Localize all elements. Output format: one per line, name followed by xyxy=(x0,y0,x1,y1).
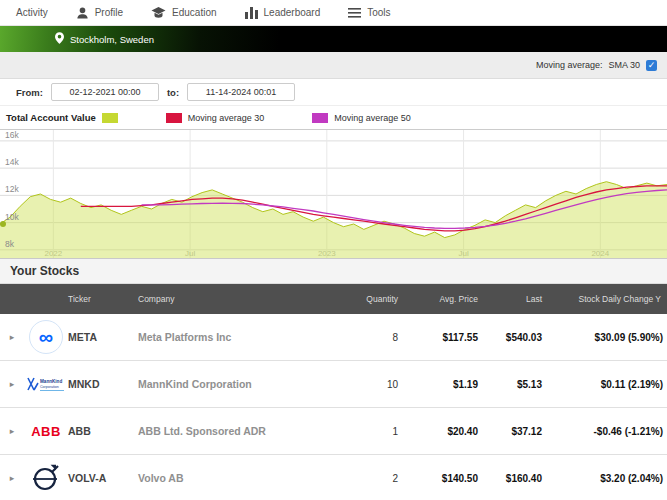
svg-text:10k: 10k xyxy=(5,212,19,222)
app-window: Activity Profile Education Leaderboard T… xyxy=(0,0,667,500)
avg-price-cell: $20.40 xyxy=(404,426,484,437)
nav-label: Tools xyxy=(367,7,390,18)
section-title-text: Your Stocks xyxy=(10,264,79,278)
change-cell: $3.20 (2.04%) xyxy=(548,473,667,484)
svg-text:14k: 14k xyxy=(5,157,19,167)
expand-chevron-icon[interactable]: ▸ xyxy=(0,426,24,436)
col-avg-price: Avg. Price xyxy=(404,294,484,304)
abb-logo-icon: ABB xyxy=(24,424,68,439)
svg-text:16k: 16k xyxy=(5,130,19,140)
ticker-cell: META xyxy=(68,331,138,343)
legend-swatch xyxy=(312,113,328,123)
last-cell: $5.13 xyxy=(484,379,548,390)
volvo-logo-icon xyxy=(24,462,68,494)
nav-label: Activity xyxy=(16,7,48,18)
quantity-cell: 2 xyxy=(352,473,404,484)
bar-chart-icon xyxy=(245,7,258,19)
menu-icon xyxy=(348,8,361,18)
ticker-cell: VOLV-A xyxy=(68,472,138,484)
stocks-table-header: Ticker Company Quantity Avg. Price Last … xyxy=(0,284,667,314)
table-row-abb[interactable]: ▸ ABB ABB ABB Ltd. Sponsored ADR 1 $20.4… xyxy=(0,408,667,455)
meta-logo-icon: ∞ xyxy=(24,320,68,354)
legend-swatch xyxy=(102,113,118,123)
company-cell: Volvo AB xyxy=(138,472,352,484)
your-stocks-header: Your Stocks xyxy=(0,258,667,284)
col-quantity: Quantity xyxy=(352,294,404,304)
location-text: Stockholm, Sweden xyxy=(70,34,154,45)
col-daily-change: Stock Daily Change Y xyxy=(548,294,667,304)
table-row-meta[interactable]: ▸ ∞ META Meta Platforms Inc 8 $117.55 $5… xyxy=(0,314,667,361)
company-cell: Meta Platforms Inc xyxy=(138,331,352,343)
avg-price-cell: $1.19 xyxy=(404,379,484,390)
avg-price-cell: $117.55 xyxy=(404,332,484,343)
person-icon xyxy=(76,6,89,20)
chart-legend: Total Account Value Moving average 30 Mo… xyxy=(0,106,667,130)
last-cell: $160.40 xyxy=(484,473,548,484)
ticker-cell: ABB xyxy=(68,425,138,437)
nav-label: Education xyxy=(172,7,216,18)
last-cell: $37.12 xyxy=(484,426,548,437)
company-cell: ABB Ltd. Sponsored ADR xyxy=(138,425,352,437)
change-cell: $30.09 (5.90%) xyxy=(548,332,667,343)
svg-text:Corporation: Corporation xyxy=(40,385,59,389)
from-label: From: xyxy=(16,87,43,98)
date-range-controls: From: to: xyxy=(0,78,667,106)
nav-item-leaderboard[interactable]: Leaderboard xyxy=(245,7,321,19)
nav-item-profile[interactable]: Profile xyxy=(76,6,123,20)
sma-30-checkbox[interactable] xyxy=(646,60,657,71)
quantity-cell: 1 xyxy=(352,426,404,437)
avg-price-cell: $140.50 xyxy=(404,473,484,484)
nav-item-education[interactable]: Education xyxy=(151,6,216,19)
account-value-chart[interactable]: 2022Jul2023Jul20248k10k12k14k16k xyxy=(0,130,667,258)
svg-text:12k: 12k xyxy=(5,184,19,194)
top-nav: Activity Profile Education Leaderboard T… xyxy=(0,0,667,26)
company-cell: MannKind Corporation xyxy=(138,378,352,390)
graduation-cap-icon xyxy=(151,6,166,19)
sma-30-label: SMA 30 xyxy=(608,60,640,70)
to-date-input[interactable] xyxy=(187,83,295,101)
nav-label: Leaderboard xyxy=(264,7,321,18)
table-row-volva[interactable]: ▸ VOLV-A Volvo AB 2 $140.50 $160.40 $3.2… xyxy=(0,455,667,500)
mannkind-logo-icon: MannKind Corporation xyxy=(24,374,68,394)
legend-swatch xyxy=(166,113,182,123)
legend-moving-average-30[interactable]: Moving average 30 xyxy=(166,113,265,123)
svg-text:MannKind: MannKind xyxy=(40,379,62,384)
last-cell: $540.03 xyxy=(484,332,548,343)
moving-average-label: Moving average: xyxy=(536,60,603,70)
nav-item-tools[interactable]: Tools xyxy=(348,7,390,18)
expand-chevron-icon[interactable]: ▸ xyxy=(0,379,24,389)
quantity-cell: 8 xyxy=(352,332,404,343)
location-banner: Stockholm, Sweden xyxy=(0,26,667,52)
chart-canvas: 2022Jul2023Jul20248k10k12k14k16k xyxy=(0,130,667,258)
col-last: Last xyxy=(484,294,548,304)
col-ticker: Ticker xyxy=(68,294,138,304)
from-date-input[interactable] xyxy=(51,83,159,101)
legend-total-account-value[interactable]: Total Account Value xyxy=(6,112,118,123)
change-cell: -$0.46 (-1.21%) xyxy=(548,426,667,437)
expand-chevron-icon[interactable]: ▸ xyxy=(0,473,24,483)
nav-label: Profile xyxy=(95,7,123,18)
moving-average-controls: Moving average: SMA 30 xyxy=(0,52,667,78)
to-label: to: xyxy=(167,87,179,98)
change-cell: $0.11 (2.19%) xyxy=(548,379,667,390)
table-row-mnkd[interactable]: ▸ MannKind Corporation MNKD MannKind Cor… xyxy=(0,361,667,408)
col-company: Company xyxy=(138,294,352,304)
svg-text:8k: 8k xyxy=(5,239,15,249)
quantity-cell: 10 xyxy=(352,379,404,390)
ticker-cell: MNKD xyxy=(68,378,138,390)
location-pin-icon xyxy=(55,32,64,46)
nav-item-activity[interactable]: Activity xyxy=(10,7,48,18)
expand-chevron-icon[interactable]: ▸ xyxy=(0,332,24,342)
legend-moving-average-50[interactable]: Moving average 50 xyxy=(312,113,411,123)
stocks-table: Ticker Company Quantity Avg. Price Last … xyxy=(0,284,667,500)
